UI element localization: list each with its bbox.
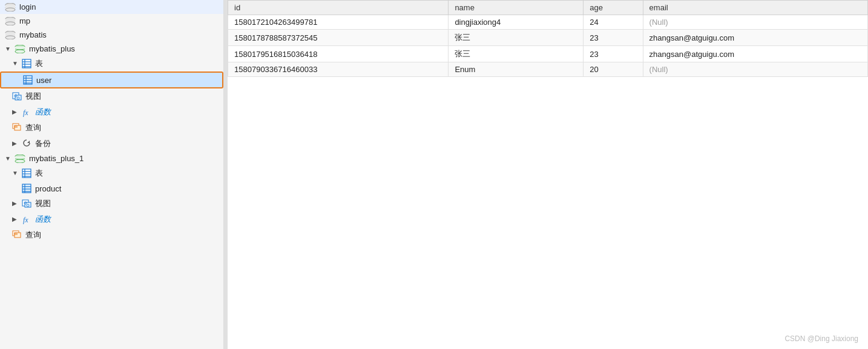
functions-icon-1: fx <box>22 214 31 224</box>
sidebar-label-views: 视图 <box>25 91 41 102</box>
db-icon-mybatis-plus-1 <box>15 155 25 163</box>
sidebar-item-queries-mybatis-plus[interactable]: 查询 <box>0 120 223 136</box>
cell-age: 23 <box>584 30 643 46</box>
queries-icon <box>12 123 22 133</box>
sidebar-label-queries: 查询 <box>25 122 41 133</box>
chevron-right-icon-func: ▶ <box>12 108 19 116</box>
sidebar-item-views-mybatis-plus-1[interactable]: ▶ 视图 <box>0 196 223 211</box>
table-wrapper: id name age email 1580172104263499781din… <box>228 0 868 349</box>
sidebar-label-functions-1: 函数 <box>35 214 51 225</box>
svg-point-35 <box>15 159 25 163</box>
views-icon <box>12 91 22 101</box>
svg-point-12 <box>15 50 25 53</box>
svg-text:fx: fx <box>23 108 28 117</box>
views-icon-1 <box>22 199 31 208</box>
chevron-right-icon-views-1: ▶ <box>12 200 19 207</box>
db-icon-mybatis-plus <box>15 45 25 53</box>
main-content: id name age email 1580172104263499781din… <box>228 0 868 349</box>
cell-email: (Null) <box>643 15 867 30</box>
chevron-right-icon-func-1: ▶ <box>12 216 19 223</box>
sidebar-item-product[interactable]: product <box>0 181 223 196</box>
chevron-down-icon-mp1: ▼ <box>5 155 12 162</box>
sidebar-item-mybatis-plus-1[interactable]: ▼ mybatis_plus_1 <box>0 151 223 165</box>
cell-age: 23 <box>584 46 643 62</box>
sidebar-item-mp[interactable]: mp <box>0 14 223 28</box>
tables-icon <box>22 59 31 68</box>
table-icon-product <box>22 184 31 193</box>
table-row: 1580172104263499781dingjiaxiong424(Null) <box>228 15 868 30</box>
table-icon-user <box>23 75 33 85</box>
sidebar-label-backup: 备份 <box>35 138 51 149</box>
col-header-age: age <box>584 1 643 15</box>
sidebar-item-views-mybatis-plus[interactable]: 视图 <box>0 88 223 104</box>
cell-id: 1580179516815036418 <box>228 46 449 62</box>
cell-id: 1580790336716460033 <box>228 62 449 77</box>
queries-icon-1 <box>12 230 22 240</box>
watermark: CSDN @Ding Jiaxiong <box>784 334 858 343</box>
db-icon-mybatis <box>5 31 16 39</box>
svg-point-9 <box>5 36 15 39</box>
sidebar-item-login[interactable]: login <box>0 0 223 14</box>
cell-email: (Null) <box>643 62 867 77</box>
chevron-down-icon: ▼ <box>5 45 12 53</box>
table-row: 1580178788587372545张三23zhangsan@atguigu.… <box>228 30 868 46</box>
cell-email: zhangsan@atguigu.com <box>643 30 867 46</box>
tables-icon-1 <box>22 168 31 178</box>
functions-icon: fx <box>22 107 31 117</box>
col-header-name: name <box>449 1 584 15</box>
sidebar-item-mybatis[interactable]: mybatis <box>0 28 223 42</box>
sidebar-label-views-1: 视图 <box>35 198 51 209</box>
db-icon <box>5 3 16 12</box>
sidebar-label-mybatis-plus: mybatis_plus <box>29 44 75 53</box>
sidebar-label-tables: 表 <box>35 58 43 69</box>
svg-rect-1 <box>5 5 15 7</box>
table-header-row: id name age email <box>228 1 868 15</box>
sidebar-label-tables-1: 表 <box>35 168 43 179</box>
sidebar-item-queries-mybatis-plus-1[interactable]: 查询 <box>0 227 223 243</box>
cell-age: 20 <box>584 62 643 77</box>
sidebar-item-user[interactable]: user <box>0 71 223 88</box>
sidebar-label-functions: 函数 <box>35 107 51 118</box>
svg-text:fx: fx <box>23 216 28 224</box>
db-icon-mp <box>5 17 16 25</box>
sidebar: login mp mybatis ▼ <box>0 0 224 349</box>
col-header-email: email <box>643 1 867 15</box>
sidebar-item-tables-mybatis-plus[interactable]: ▼ 表 <box>0 56 223 71</box>
chevron-down-icon-tables: ▼ <box>12 60 19 67</box>
cell-id: 1580178788587372545 <box>228 30 449 46</box>
chevron-down-icon-tables-1: ▼ <box>12 170 19 177</box>
cell-name: Enum <box>449 62 584 77</box>
sidebar-label-user: user <box>36 76 51 85</box>
sidebar-label-queries-1: 查询 <box>25 230 41 241</box>
cell-id: 1580172104263499781 <box>228 15 449 30</box>
sidebar-item-mybatis-plus[interactable]: ▼ mybatis_plus <box>0 42 223 56</box>
sidebar-label-product: product <box>35 184 61 193</box>
svg-point-6 <box>5 22 15 25</box>
sidebar-label-mybatis: mybatis <box>19 30 47 39</box>
col-header-id: id <box>228 1 449 15</box>
cell-age: 24 <box>584 15 643 30</box>
svg-marker-32 <box>27 141 30 143</box>
sidebar-label-login: login <box>19 2 36 12</box>
sidebar-item-functions-mybatis-plus[interactable]: ▶ fx 函数 <box>0 104 223 120</box>
table-row: 1580179516815036418张三23zhangsan@atguigu.… <box>228 46 868 62</box>
table-row: 1580790336716460033Enum20(Null) <box>228 62 868 77</box>
cell-email: zhangsan@atguigu.com <box>643 46 867 62</box>
svg-point-3 <box>5 8 15 12</box>
data-table: id name age email 1580172104263499781din… <box>228 0 868 77</box>
sidebar-item-backup-mybatis-plus[interactable]: ▶ 备份 <box>0 136 223 151</box>
cell-name: dingjiaxiong4 <box>449 15 584 30</box>
backup-icon <box>22 139 31 148</box>
cell-name: 张三 <box>449 46 584 62</box>
sidebar-label-mp: mp <box>19 16 30 25</box>
sidebar-item-functions-mybatis-plus-1[interactable]: ▶ fx 函数 <box>0 211 223 227</box>
sidebar-label-mybatis-plus-1: mybatis_plus_1 <box>29 154 84 163</box>
sidebar-item-tables-mybatis-plus-1[interactable]: ▼ 表 <box>0 165 223 181</box>
cell-name: 张三 <box>449 30 584 46</box>
chevron-right-icon-backup: ▶ <box>12 140 19 147</box>
